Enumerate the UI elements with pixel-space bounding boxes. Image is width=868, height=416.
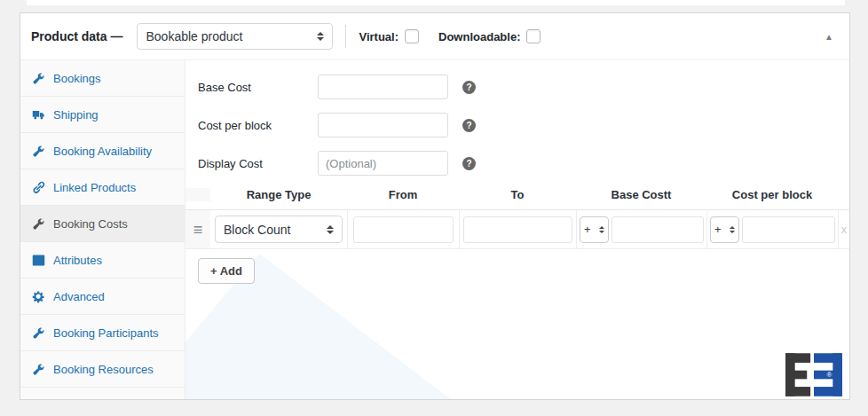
- cost-per-block-input[interactable]: [318, 113, 448, 137]
- sidebar-item-booking-costs[interactable]: Booking Costs: [20, 206, 185, 242]
- base-cost-input[interactable]: [318, 75, 448, 99]
- sidebar-item-label: Booking Participants: [53, 326, 159, 340]
- to-cell: [459, 209, 576, 248]
- base-costt-header: Base Costt: [576, 188, 706, 201]
- cost-per-block-row: Cost per block ?: [185, 112, 849, 138]
- registered-mark: ®: [827, 371, 832, 379]
- select-updown-icon: [599, 226, 604, 233]
- drag-handle-icon[interactable]: ≡: [193, 222, 203, 238]
- select-updown-icon: [317, 32, 324, 41]
- help-icon[interactable]: ?: [462, 81, 476, 94]
- downloadable-group: Downloadable:: [438, 29, 541, 43]
- from-cell: [347, 209, 459, 248]
- metabox-header: Product data — Bookable product Virtual:…: [20, 13, 849, 60]
- sidebar-item-booking-participants[interactable]: Booking Participants: [20, 315, 185, 351]
- virtual-label: Virtual:: [359, 30, 398, 43]
- cost-per-block-modifier-select[interactable]: +: [710, 216, 739, 243]
- sidebar-item-label: Linked Products: [53, 181, 136, 194]
- display-cost-input[interactable]: [318, 151, 448, 176]
- cost-per-block-header: Cost per block: [706, 188, 838, 201]
- wrench-icon: [32, 217, 45, 231]
- base-cost-modifier-value: +: [584, 223, 594, 236]
- drag-column-header: [185, 188, 210, 201]
- table-row: ≡ Block Count: [185, 209, 849, 249]
- from-header: From: [347, 188, 459, 201]
- cost-per-block-modifier-value: +: [714, 223, 724, 236]
- card-icon: [32, 254, 45, 267]
- sidebar-item-shipping[interactable]: Shipping: [20, 97, 185, 133]
- collapse-toggle-icon[interactable]: ▲: [821, 28, 837, 45]
- product-type-value: Bookable product: [146, 29, 312, 43]
- display-cost-row: Display Cost ?: [185, 150, 849, 177]
- base-cost-row: Base Cost ?: [185, 74, 849, 100]
- base-costt-input[interactable]: [612, 216, 704, 243]
- screen: Product data — Bookable product Virtual:…: [0, 0, 868, 416]
- help-icon[interactable]: ?: [462, 157, 476, 170]
- virtual-checkbox[interactable]: [405, 29, 419, 43]
- range-type-cell: Block Count: [210, 209, 347, 248]
- adjacent-metabox-edge: [27, 0, 845, 5]
- wrench-icon: [32, 363, 45, 376]
- base-cost-label: Base Cost: [185, 81, 318, 94]
- sidebar-item-bookings[interactable]: Bookings: [20, 60, 185, 97]
- wrench-icon: [32, 72, 45, 85]
- select-updown-icon: [327, 225, 334, 234]
- cost-fields: Base Cost ? Cost per block ? Display Cos…: [185, 60, 849, 177]
- sidebar-item-label: Bookings: [53, 72, 100, 85]
- sidebar-item-advanced[interactable]: Advanced: [20, 279, 185, 315]
- downloadable-label: Downloadable:: [438, 30, 520, 43]
- product-data-tabs: Bookings Shipping Booking Availability L…: [20, 60, 185, 399]
- sidebar-item-booking-resources[interactable]: Booking Resources: [20, 351, 185, 388]
- gear-icon: [32, 290, 45, 303]
- booking-costs-panel: Base Cost ? Cost per block ? Display Cos…: [185, 60, 849, 399]
- range-type-value: Block Count: [224, 223, 321, 237]
- add-range-button[interactable]: + Add: [198, 258, 255, 284]
- sidebar-item-label: Advanced: [53, 290, 105, 303]
- cost-per-block-input[interactable]: [742, 216, 835, 243]
- range-type-select[interactable]: Block Count: [215, 216, 343, 243]
- sidebar-item-booking-availability[interactable]: Booking Availability: [20, 133, 185, 169]
- sidebar-item-attributes[interactable]: Attributes: [20, 242, 185, 279]
- cost-per-block-cell: +: [706, 209, 838, 248]
- to-input[interactable]: [463, 216, 572, 243]
- remove-cell: x: [838, 209, 849, 248]
- virtual-group: Virtual:: [359, 29, 419, 43]
- drag-cell: ≡: [185, 209, 210, 248]
- base-costt-cell: +: [576, 209, 706, 248]
- header-separator: [345, 25, 346, 48]
- metabox-body: Bookings Shipping Booking Availability L…: [20, 60, 849, 399]
- sidebar-item-label: Booking Costs: [53, 217, 128, 231]
- range-type-header: Range Type: [210, 188, 347, 201]
- truck-icon: [32, 108, 45, 122]
- costs-ranges-table: Range Type From To Base Costt Cost per b…: [185, 188, 849, 249]
- help-icon[interactable]: ?: [462, 119, 476, 132]
- sidebar-item-label: Booking Availability: [53, 145, 152, 158]
- downloadable-checkbox[interactable]: [526, 29, 541, 43]
- sidebar-item-label: Shipping: [53, 108, 99, 122]
- product-type-select[interactable]: Bookable product: [137, 23, 333, 50]
- sidebar-item-linked-products[interactable]: Linked Products: [20, 169, 185, 206]
- costs-table-header: Range Type From To Base Costt Cost per b…: [185, 188, 849, 209]
- eg-logo: ®: [785, 353, 842, 396]
- select-updown-icon: [730, 226, 735, 233]
- cost-per-block-label: Cost per block: [185, 119, 318, 132]
- remove-row-icon[interactable]: x: [841, 223, 848, 236]
- wrench-icon: [32, 145, 45, 158]
- wrench-icon: [32, 326, 45, 340]
- page-title: Product data —: [31, 29, 122, 43]
- base-cost-modifier-select[interactable]: +: [580, 216, 609, 243]
- logo-letter-e: [785, 353, 810, 396]
- sidebar-item-label: Booking Resources: [53, 363, 154, 376]
- product-data-metabox: Product data — Bookable product Virtual:…: [20, 12, 850, 400]
- from-input[interactable]: [353, 216, 454, 243]
- sidebar-item-label: Attributes: [53, 254, 102, 267]
- to-header: To: [459, 188, 576, 201]
- display-cost-label: Display Cost: [185, 157, 318, 170]
- link-icon: [32, 181, 45, 194]
